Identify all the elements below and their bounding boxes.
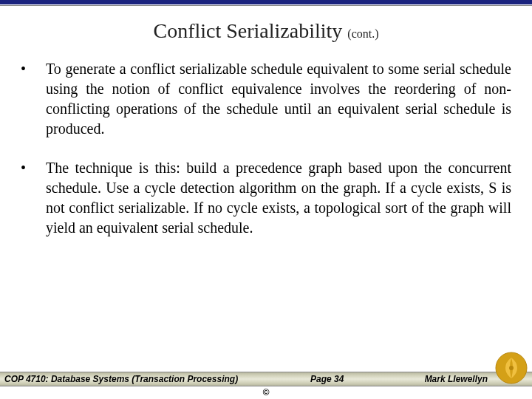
slide-content: Conflict Serializability (cont.) • To ge… <box>0 6 532 238</box>
footer-copyright: © <box>0 386 532 399</box>
top-accent-bar <box>0 0 532 4</box>
ucf-logo-icon <box>495 352 528 384</box>
footer-author: Mark Llewellyn <box>425 374 488 384</box>
bullet-list: • To generate a conflict serializable sc… <box>21 59 511 238</box>
slide-title: Conflict Serializability (cont.) <box>21 19 511 43</box>
bullet-text: To generate a conflict serializable sche… <box>46 59 511 139</box>
title-main: Conflict Serializability <box>153 19 342 42</box>
footer: COP 4710: Database Systems (Transaction … <box>0 372 532 399</box>
footer-page: Page 34 <box>310 374 344 384</box>
bullet-marker: • <box>21 59 46 139</box>
list-item: • To generate a conflict serializable sc… <box>21 59 511 139</box>
footer-course: COP 4710: Database Systems (Transaction … <box>4 374 238 384</box>
list-item: • The technique is this: build a precede… <box>21 158 511 238</box>
title-continuation: (cont.) <box>347 27 378 40</box>
bullet-text: The technique is this: build a precedenc… <box>46 158 511 238</box>
svg-point-1 <box>509 366 514 370</box>
footer-bar: COP 4710: Database Systems (Transaction … <box>0 372 532 386</box>
bullet-marker: • <box>21 158 46 238</box>
